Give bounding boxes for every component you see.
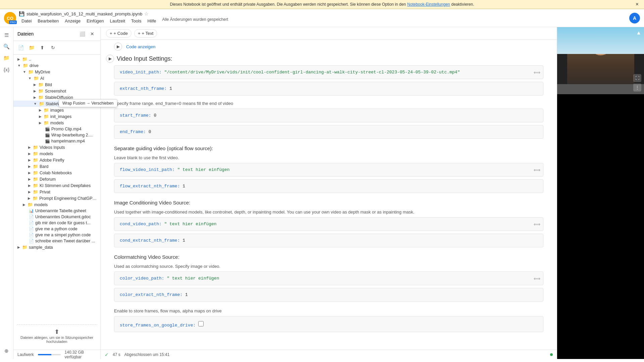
value-end-frame[interactable]: 0 [149, 129, 151, 134]
header-right: A [629, 13, 640, 23]
chevron-colabnotes: ▶ [28, 171, 31, 175]
tree-item-mydrive[interactable]: ▼ 📁 MyDrive [13, 69, 100, 75]
tree-item-sampledata[interactable]: ▶ 📁 sample_data [13, 244, 100, 250]
chevron-sampledata: ▶ [17, 245, 20, 249]
tree-item-dotdot[interactable]: ▶ 📁 .. [13, 56, 100, 62]
value-cond-extract[interactable]: 1 [182, 238, 185, 243]
menu-bearbeiten[interactable]: Bearbeiten [35, 17, 61, 25]
chevron-ai: ▼ [28, 76, 32, 80]
tree-item-unbenntetabelle[interactable]: 📊 Unbenannte Tabelle.gsheet [13, 208, 100, 214]
new-folder-icon[interactable]: 📁 [27, 43, 36, 52]
value-flow-path[interactable]: " text hier einfügen [177, 167, 230, 172]
tree-item-ai[interactable]: ▼ 📁 AI [13, 75, 100, 81]
folder-icon-models3: 📁 [28, 202, 33, 207]
sidebar-header: Dateien ⬜ ✕ [13, 27, 100, 41]
tree-item-drive[interactable]: ▼ 📁 drive [13, 62, 100, 69]
sidebar-maximize-icon[interactable]: ⬜ [78, 30, 86, 38]
tree-item-bard[interactable]: ▶ 📁 Bard [13, 163, 100, 170]
status-ok-icon: ✓ [105, 352, 109, 357]
value-flow-extract[interactable]: 1 [182, 184, 185, 189]
tree-item-deforum[interactable]: ▶ 📁 Deforum [13, 176, 100, 182]
run-button-video[interactable]: ▶ [106, 55, 114, 63]
folder-icon-images: 📁 [44, 108, 49, 113]
tree-item-givemasimpel[interactable]: 📄 give me a simpel python code [13, 232, 100, 238]
refresh-icon[interactable]: ↻ [48, 43, 58, 52]
tree-label-images: images [50, 108, 64, 113]
menu-anzeige[interactable]: Anzeige [62, 17, 83, 25]
folder-icon-mydrive: 📁 [28, 69, 34, 74]
menu-tools[interactable]: Tools [128, 17, 144, 25]
nav-menu-icon[interactable]: ☰ [1, 30, 12, 41]
tree-item-models2[interactable]: ▶ 📁 models [13, 150, 100, 157]
menu-laufzeit[interactable]: Laufzeit [107, 17, 128, 25]
video-expand-button[interactable]: ⛶ [633, 74, 641, 82]
notif-link[interactable]: Notebook-Einstellungen [407, 2, 450, 7]
tree-item-videosinputs[interactable]: ▶ 📁 Videos Inputs [13, 144, 100, 150]
menu-hilfe[interactable]: Hilfe [145, 17, 159, 25]
store-frames-checkbox[interactable] [198, 321, 204, 326]
value-video-init-path[interactable]: "/content/drive/MyDrive/vids/init/cool-c… [164, 70, 460, 75]
star-icon[interactable]: ☆ [144, 11, 149, 16]
video-collapse-button[interactable]: ▲ [636, 30, 641, 36]
video-input-section: ▶ Video Input Settings: [101, 53, 557, 65]
tree-item-gibmirdencode[interactable]: 📄 gib mir den code für guess t... [13, 220, 100, 226]
new-file-icon[interactable]: 📄 [16, 43, 25, 52]
colab-logo: CO PRO [4, 12, 16, 24]
value-color-extract[interactable]: 1 [185, 292, 188, 297]
menu-einfuegen[interactable]: Einfügen [84, 17, 106, 25]
tree-item-bild[interactable]: ▶ 📁 Bild [13, 81, 100, 88]
field-start-frame: start_frame: [120, 113, 151, 118]
user-avatar[interactable]: A [629, 13, 640, 23]
file-icon-givemasimpel: 📄 [29, 233, 34, 237]
tree-label-bild: Bild [45, 82, 52, 87]
tree-item-colabnotes[interactable]: ▶ 📁 Colab Notebooks [13, 170, 100, 176]
tree-item-adobefirefly[interactable]: ▶ 📁 Adobe Firefly [13, 157, 100, 163]
tree-item-init-images[interactable]: ▶ 📁 init_images [13, 113, 100, 120]
tree-item-prompteng[interactable]: ▶ 📁 Prompt Engineering ChatGPT,... [13, 195, 100, 201]
tree-item-kistimmen[interactable]: ▶ 📁 KI Stimmen und Deepfakes [13, 182, 100, 189]
sidebar-close-icon[interactable]: ✕ [88, 30, 96, 38]
upload-area[interactable]: ⬆ Dateien ablegen, um sie in Sitzungsspe… [16, 324, 98, 347]
resize-handle-2[interactable]: ⟺ [534, 167, 540, 173]
tree-item-giveapython[interactable]: 📄 give me a python code [13, 226, 100, 232]
tree-item-promoclip[interactable]: 🎬 Promo Clip.mp4 [13, 126, 100, 132]
store-frames-desc: Enable to store frames, flow maps, alpha… [101, 304, 557, 316]
field-color-path: color_video_path: [120, 276, 164, 281]
nav-search-icon[interactable]: 🔍 [1, 41, 12, 52]
file-icon-gibmirdencode: 📄 [29, 221, 34, 225]
value-color-path[interactable]: " text hier einfügen [167, 276, 219, 281]
tree-item-privat[interactable]: ▶ 📁 Privat [13, 189, 100, 195]
folder-icon-deforum: 📁 [33, 177, 38, 182]
value-cond-path[interactable]: " text hier einfügen [164, 222, 217, 227]
resize-handle-1[interactable]: ⟺ [534, 69, 540, 75]
field-cond-path: cond_video_path: [120, 222, 162, 227]
add-code-button[interactable]: + + Code [106, 29, 131, 38]
add-text-button[interactable]: + + Text [134, 29, 157, 38]
tree-item-unbennateddok[interactable]: 📄 Unbenanntes Dokument.gdoc [13, 214, 100, 220]
video-menu-button[interactable]: ⋮ [633, 83, 641, 92]
value-start-frame[interactable]: 0 [154, 113, 156, 118]
img-cond-section: Image Conditioning Video Source: [101, 196, 557, 207]
upload-icon[interactable]: ⬆ [38, 43, 47, 52]
show-code-button[interactable]: Code anzeigen [125, 43, 157, 51]
menu-datei[interactable]: Datei [19, 17, 34, 25]
resize-handle-4[interactable]: ⟺ [534, 276, 540, 281]
resize-handle-3[interactable]: ⟺ [534, 221, 540, 227]
tree-item-models3[interactable]: ▶ 📁 models [13, 201, 100, 208]
tree-label-bard: Bard [40, 164, 48, 169]
run-button-1[interactable]: ▶ [114, 43, 122, 51]
tree-item-hampelmann[interactable]: 🎬 hampelmann.mp4 [13, 138, 100, 144]
close-notif-button[interactable]: × [636, 1, 639, 7]
chevron-models2: ▶ [28, 152, 31, 156]
tree-item-models-sub[interactable]: ▶ 📁 models [13, 120, 100, 126]
nav-variable-icon[interactable]: {x} [1, 64, 12, 75]
nav-folder-icon[interactable]: 📁 [1, 53, 12, 63]
tree-item-screenshot[interactable]: ▶ 📁 Screenshot [13, 88, 100, 94]
field-flow-path: flow_video_init_path: [120, 167, 175, 172]
tree-label-videosinputs: Videos Inputs [40, 145, 65, 150]
nav-terminal-icon[interactable]: ⊕ [1, 346, 12, 356]
tree-item-wrapbearbeitung[interactable]: 🎬 Wrap bearbeitung 2.... [13, 132, 100, 138]
tree-item-schreibeeinen[interactable]: 📄 schreibe einen Tweet darüber ... [13, 238, 100, 244]
value-extract-nth[interactable]: 1 [169, 86, 172, 91]
tree-item-images[interactable]: ▶ 📁 images [13, 107, 100, 113]
